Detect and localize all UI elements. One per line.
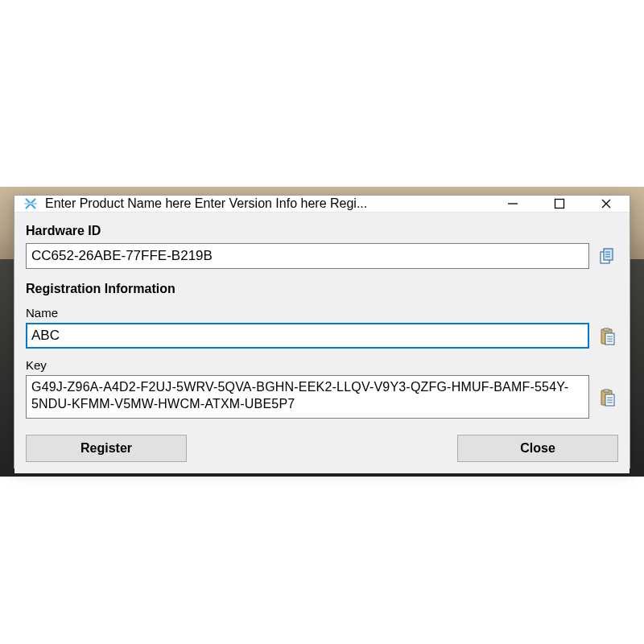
titlebar[interactable]: Enter Product Name here Enter Version In… bbox=[14, 196, 630, 213]
name-input[interactable] bbox=[26, 323, 589, 349]
name-label: Name bbox=[26, 306, 618, 320]
registration-dialog: Enter Product Name here Enter Version In… bbox=[14, 195, 630, 469]
register-button[interactable]: Register bbox=[26, 435, 187, 462]
registration-heading: Registration Information bbox=[26, 282, 618, 296]
key-input[interactable] bbox=[26, 375, 589, 419]
hardware-id-heading: Hardware ID bbox=[26, 224, 618, 238]
copy-icon[interactable] bbox=[599, 248, 615, 268]
paste-icon[interactable] bbox=[599, 389, 615, 409]
window-title: Enter Product Name here Enter Version In… bbox=[45, 196, 489, 211]
minimize-button[interactable] bbox=[489, 196, 536, 212]
svg-rect-19 bbox=[604, 389, 609, 392]
svg-rect-4 bbox=[555, 200, 564, 208]
paste-icon[interactable] bbox=[599, 328, 615, 348]
key-label: Key bbox=[26, 358, 618, 372]
app-icon bbox=[23, 196, 39, 212]
hardware-id-input[interactable] bbox=[26, 243, 589, 269]
close-button[interactable]: Close bbox=[457, 435, 618, 462]
close-window-button[interactable] bbox=[583, 196, 630, 212]
svg-rect-13 bbox=[604, 328, 609, 331]
maximize-button[interactable] bbox=[536, 196, 583, 212]
